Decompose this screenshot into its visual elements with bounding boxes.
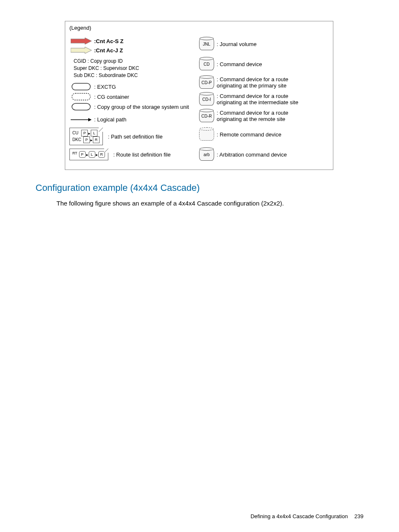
legend-label: : Command device for a route originating… <box>217 110 300 122</box>
legend-label: :Cnt Ac-S Z <box>94 38 123 44</box>
svg-rect-2 <box>72 83 90 90</box>
svg-marker-0 <box>71 38 92 44</box>
legend-item-remote-cd: : Remote command device <box>199 128 329 141</box>
legend-text: Super DKC : Supervisor DKC <box>74 65 199 72</box>
legend-item-cnt-ac-j: :Cnt Ac-J Z <box>69 47 199 54</box>
cylinder-icon: arb <box>199 148 214 161</box>
legend-label: : Copy group of the storage system unit <box>94 104 189 110</box>
section-heading: Configuration example (4x4x4 Cascade) <box>36 182 363 193</box>
legend-label: : Route list definition file <box>113 152 171 158</box>
legend-title: (Legend) <box>69 25 329 31</box>
legend-item-cdp: CD-P : Command device for a route origin… <box>199 76 329 89</box>
route-list-file-icon: RT P▸L▸R <box>69 149 108 160</box>
legend-item-cdr: CD-R : Command device for a route origin… <box>199 110 329 122</box>
legend-label: : Logical path <box>94 116 126 123</box>
legend-item-cd: CD : Command device <box>199 58 329 70</box>
red-arrow-icon <box>69 38 92 44</box>
cylinder-icon: CD <box>199 58 214 70</box>
legend-label: : Remote command device <box>217 131 281 138</box>
legend-label: : CG container <box>94 94 129 100</box>
svg-marker-1 <box>71 47 92 54</box>
yellow-arrow-icon <box>69 47 92 54</box>
legend-item-route-list-file: RT P▸L▸R : Route list definition file <box>69 149 199 160</box>
dashed-rounded-rect-icon <box>69 93 92 100</box>
legend-item-exctg: : EXCTG <box>69 83 199 90</box>
legend-right-column: JNL : Journal volume CD : Command device… <box>199 35 329 163</box>
document-page: (Legend) :Cnt Ac-S Z :Cnt Ac-J Z <box>0 0 399 532</box>
svg-rect-4 <box>72 103 90 110</box>
cylinder-icon: CD-P <box>199 76 214 89</box>
rounded-rect-icon <box>69 83 92 90</box>
legend-item-logical-path: : Logical path <box>69 116 199 123</box>
path-set-file-icon: CU P▸L DKC P▸R <box>69 128 103 145</box>
body-paragraph: The following figure shows an example of… <box>56 200 363 207</box>
legend-box: (Legend) :Cnt Ac-S Z :Cnt Ac-J Z <box>65 21 333 170</box>
cylinder-icon: CD-I <box>199 93 214 105</box>
oval-icon <box>69 103 92 111</box>
footer-section: Defining a 4x4x4 Cascade Configuration <box>251 513 348 519</box>
cylinder-icon: JNL <box>199 38 214 50</box>
legend-item-path-set-file: CU P▸L DKC P▸R : Path set definition fil… <box>69 128 199 145</box>
legend-item-arb: arb : Arbitration command device <box>199 148 329 161</box>
legend-text-lines: CGID : Copy group ID Super DKC : Supervi… <box>74 58 199 79</box>
legend-item-cdi: CD-I : Command device for a route origin… <box>199 93 329 105</box>
legend-label: : Command device for a route originating… <box>217 93 309 105</box>
svg-marker-6 <box>88 118 92 121</box>
legend-label: : Command device <box>217 61 262 67</box>
legend-item-jnl: JNL : Journal volume <box>199 38 329 50</box>
page-footer: Defining a 4x4x4 Cascade Configuration 2… <box>251 513 363 519</box>
legend-label: :Cnt Ac-J Z <box>94 47 123 54</box>
arrow-line-icon <box>69 117 92 122</box>
legend-item-cg-container: : CG container <box>69 93 199 100</box>
legend-label: : Arbitration command device <box>217 152 287 158</box>
legend-label: : Path set definition file <box>108 134 163 140</box>
legend-label: : EXCTG <box>94 84 116 90</box>
cylinder-icon: CD-R <box>199 110 214 122</box>
legend-label: : Journal volume <box>217 41 256 47</box>
legend-item-copy-group: : Copy group of the storage system unit <box>69 103 199 111</box>
legend-item-cnt-ac-s: :Cnt Ac-S Z <box>69 38 199 44</box>
page-number: 239 <box>354 513 363 519</box>
legend-left-column: :Cnt Ac-S Z :Cnt Ac-J Z CGID : Copy grou… <box>69 35 199 163</box>
legend-text: CGID : Copy group ID <box>74 58 199 65</box>
svg-rect-3 <box>72 93 90 100</box>
dashed-cylinder-icon <box>199 128 214 141</box>
legend-label: : Command device for a route originating… <box>217 76 300 89</box>
legend-text: Sub DKC : Subordinate DKC <box>74 72 199 79</box>
